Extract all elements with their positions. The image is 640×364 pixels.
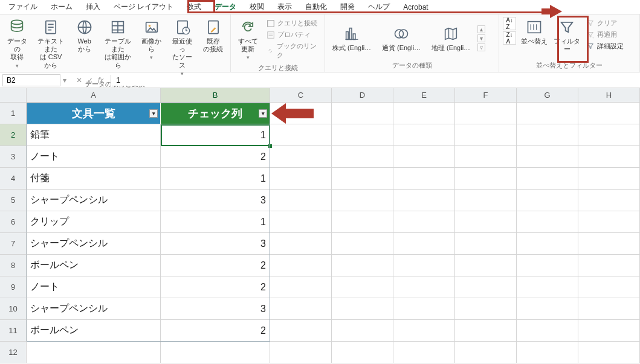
cell-F5[interactable] bbox=[455, 190, 517, 211]
fx-icon[interactable]: fx bbox=[98, 76, 103, 85]
cell-G9[interactable] bbox=[517, 276, 578, 298]
col-header-C[interactable]: C bbox=[270, 88, 332, 103]
cell-A11[interactable]: ボールペン bbox=[27, 320, 161, 342]
row-header-10[interactable]: 10 bbox=[0, 298, 27, 320]
cell-D12[interactable] bbox=[332, 342, 393, 363]
cell-A2[interactable]: 鉛筆 bbox=[27, 124, 161, 146]
cell-C12[interactable] bbox=[270, 342, 332, 363]
refresh-all-button[interactable]: すべて 更新 ▾ bbox=[234, 17, 262, 62]
cell-E11[interactable] bbox=[393, 320, 455, 342]
cell-F7[interactable] bbox=[455, 233, 517, 255]
row-header-1[interactable]: 1 bbox=[0, 103, 27, 124]
cell-C11[interactable] bbox=[270, 320, 332, 342]
cell-H2[interactable] bbox=[578, 124, 640, 146]
clear-filter-button[interactable]: クリア bbox=[585, 18, 625, 28]
cell-H12[interactable] bbox=[578, 342, 640, 363]
cell-E7[interactable] bbox=[393, 233, 455, 255]
cell-G11[interactable] bbox=[517, 320, 578, 342]
cell-G10[interactable] bbox=[517, 298, 578, 320]
cell-B3[interactable]: 2 bbox=[161, 146, 270, 168]
cell-F10[interactable] bbox=[455, 298, 517, 320]
cell-F6[interactable] bbox=[455, 211, 517, 233]
cell-B5[interactable]: 3 bbox=[161, 190, 270, 211]
from-table-button[interactable]: テーブルまた は範囲から bbox=[102, 17, 134, 71]
cell-E4[interactable] bbox=[393, 168, 455, 190]
cell-H10[interactable] bbox=[578, 298, 640, 320]
cell-E5[interactable] bbox=[393, 190, 455, 211]
cell-G7[interactable] bbox=[517, 233, 578, 255]
cell-G5[interactable] bbox=[517, 190, 578, 211]
cell-A6[interactable]: クリップ bbox=[27, 211, 161, 233]
cell-D2[interactable] bbox=[332, 124, 393, 146]
advanced-filter-button[interactable]: 詳細設定 bbox=[585, 41, 625, 51]
cell-B6[interactable]: 1 bbox=[161, 211, 270, 233]
geography-datatype-button[interactable]: 地理 (Engli… bbox=[428, 24, 474, 53]
cell-B10[interactable]: 3 bbox=[161, 298, 270, 320]
cell-E9[interactable] bbox=[393, 276, 455, 298]
cell-B7[interactable]: 3 bbox=[161, 233, 270, 255]
select-all-corner[interactable] bbox=[0, 88, 27, 103]
tab-ファイル[interactable]: ファイル bbox=[2, 0, 44, 14]
cell-H6[interactable] bbox=[578, 211, 640, 233]
cell-F8[interactable] bbox=[455, 255, 517, 276]
row-header-8[interactable]: 8 bbox=[0, 255, 27, 276]
row-header-6[interactable]: 6 bbox=[0, 211, 27, 233]
cancel-formula-icon[interactable]: ✕ bbox=[76, 76, 82, 85]
tab-数式[interactable]: 数式 bbox=[181, 0, 207, 14]
stocks-datatype-button[interactable]: 株式 (Engli… bbox=[329, 24, 375, 53]
from-web-button[interactable]: Web から bbox=[71, 17, 98, 54]
cell-B8[interactable]: 2 bbox=[161, 255, 270, 276]
cell-A9[interactable]: ノート bbox=[27, 276, 161, 298]
cell-C9[interactable] bbox=[270, 276, 332, 298]
col-header-G[interactable]: G bbox=[517, 88, 578, 103]
row-header-3[interactable]: 3 bbox=[0, 146, 27, 168]
scroll-down-icon[interactable]: ▾ bbox=[477, 34, 485, 42]
tab-開発[interactable]: 開発 bbox=[334, 0, 361, 14]
filter-toggle-a[interactable]: ▾ bbox=[149, 109, 158, 118]
formula-input[interactable] bbox=[111, 75, 640, 86]
cell-F3[interactable] bbox=[455, 146, 517, 168]
cell-F2[interactable] bbox=[455, 124, 517, 146]
cell-A12[interactable] bbox=[27, 342, 161, 363]
cell-E8[interactable] bbox=[393, 255, 455, 276]
currency-datatype-button[interactable]: 通貨 (Engli… bbox=[378, 24, 424, 53]
reapply-filter-button[interactable]: 再適用 bbox=[585, 30, 625, 40]
tab-校閲[interactable]: 校閲 bbox=[244, 0, 270, 14]
cell-B11[interactable]: 2 bbox=[161, 320, 270, 342]
cell-H3[interactable] bbox=[578, 146, 640, 168]
cell-G6[interactable] bbox=[517, 211, 578, 233]
cell-C6[interactable] bbox=[270, 211, 332, 233]
col-header-E[interactable]: E bbox=[393, 88, 455, 103]
cell-G3[interactable] bbox=[517, 146, 578, 168]
cell-G1[interactable] bbox=[517, 103, 578, 124]
sort-button[interactable]: 並べ替え bbox=[520, 17, 549, 46]
cell-B4[interactable]: 1 bbox=[161, 168, 270, 190]
cell-D1[interactable] bbox=[332, 103, 393, 124]
cell-C2[interactable] bbox=[270, 124, 332, 146]
tab-挿入[interactable]: 挿入 bbox=[80, 0, 106, 14]
cell-C5[interactable] bbox=[270, 190, 332, 211]
cell-E10[interactable] bbox=[393, 298, 455, 320]
cell-D3[interactable] bbox=[332, 146, 393, 168]
cell-E3[interactable] bbox=[393, 146, 455, 168]
row-header-4[interactable]: 4 bbox=[0, 168, 27, 190]
cell-C1[interactable] bbox=[270, 103, 332, 124]
cell-A3[interactable]: ノート bbox=[27, 146, 161, 168]
cell-D9[interactable] bbox=[332, 276, 393, 298]
cell-G4[interactable] bbox=[517, 168, 578, 190]
cell-B12[interactable] bbox=[161, 342, 270, 363]
cell-E6[interactable] bbox=[393, 211, 455, 233]
cell-D11[interactable] bbox=[332, 320, 393, 342]
from-csv-button[interactable]: テキストまた は CSV から bbox=[34, 17, 67, 71]
properties-button[interactable]: プロパティ bbox=[265, 30, 321, 40]
row-header-2[interactable]: 2 bbox=[0, 124, 27, 146]
cell-H1[interactable] bbox=[578, 103, 640, 124]
filter-toggle-b[interactable]: ▾ bbox=[259, 109, 267, 118]
col-header-H[interactable]: H bbox=[578, 88, 640, 103]
cell-C3[interactable] bbox=[270, 146, 332, 168]
cell-E12[interactable] bbox=[393, 342, 455, 363]
cell-D4[interactable] bbox=[332, 168, 393, 190]
cell-F9[interactable] bbox=[455, 276, 517, 298]
cell-F11[interactable] bbox=[455, 320, 517, 342]
tab-データ[interactable]: データ bbox=[208, 0, 242, 14]
